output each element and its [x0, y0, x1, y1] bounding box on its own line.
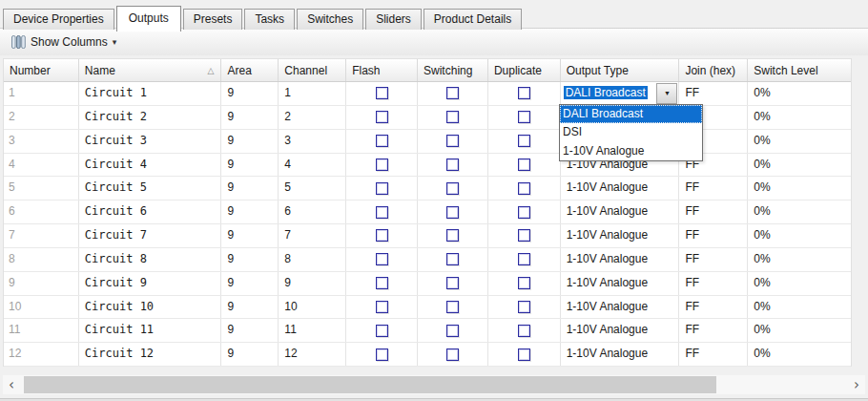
tab-tasks[interactable]: Tasks — [244, 9, 295, 30]
area-cell: 9 — [221, 343, 279, 366]
column-header-label: Output Type — [567, 64, 629, 77]
sort-ascending-icon: △ — [208, 59, 215, 81]
tab-switches[interactable]: Switches — [297, 9, 363, 30]
column-header-duplicate[interactable]: Duplicate — [488, 59, 561, 81]
channel-cell: 7 — [279, 224, 346, 247]
show-columns-label: Show Columns — [31, 35, 108, 49]
duplicate-checkbox[interactable] — [518, 348, 530, 361]
horizontal-scrollbar[interactable]: ‹ › — [3, 375, 865, 394]
dropdown-option-dali-broadcast[interactable]: DALI Broadcast — [560, 105, 702, 123]
name-cell: Circuit 7 — [79, 224, 222, 247]
scroll-right-arrow[interactable]: › — [848, 375, 865, 394]
scroll-left-arrow[interactable]: ‹ — [3, 375, 20, 394]
duplicate-checkbox[interactable] — [518, 301, 530, 313]
flash-checkbox[interactable] — [376, 229, 388, 242]
flash-checkbox[interactable] — [376, 325, 388, 337]
duplicate-cell — [488, 106, 561, 129]
flash-checkbox[interactable] — [376, 301, 388, 313]
scrollbar-thumb[interactable] — [24, 376, 716, 393]
duplicate-checkbox[interactable] — [518, 325, 530, 337]
switching-checkbox[interactable] — [446, 206, 459, 219]
switch-level-cell: 0% — [748, 130, 851, 153]
flash-checkbox[interactable] — [376, 158, 388, 171]
switching-checkbox[interactable] — [446, 87, 459, 99]
column-header-channel[interactable]: Channel — [279, 59, 346, 81]
duplicate-checkbox[interactable] — [518, 206, 530, 219]
flash-checkbox[interactable] — [376, 253, 388, 265]
column-header-area[interactable]: Area — [221, 59, 279, 81]
number-cell: 1 — [4, 82, 79, 105]
dropdown-option-1-10v-analogue[interactable]: 1-10V Analogue — [560, 142, 702, 160]
tab-presets[interactable]: Presets — [183, 9, 243, 30]
switching-checkbox[interactable] — [446, 111, 459, 123]
output-type-combobox[interactable]: DALI Broadcast▼ — [561, 82, 679, 105]
duplicate-checkbox[interactable] — [518, 182, 530, 195]
combobox-dropdown-button[interactable]: ▼ — [656, 83, 677, 104]
name-cell: Circuit 9 — [79, 272, 222, 295]
switching-checkbox[interactable] — [446, 348, 459, 361]
flash-cell — [346, 224, 418, 247]
switching-checkbox[interactable] — [446, 135, 459, 147]
flash-checkbox[interactable] — [376, 206, 388, 219]
switching-checkbox[interactable] — [446, 253, 459, 265]
switching-checkbox[interactable] — [446, 182, 459, 195]
column-header-switch-level[interactable]: Switch Level — [748, 59, 851, 81]
channel-cell: 3 — [279, 130, 346, 153]
join-cell: FF — [679, 319, 748, 342]
switching-checkbox[interactable] — [446, 229, 459, 242]
flash-checkbox[interactable] — [376, 135, 388, 147]
flash-checkbox[interactable] — [376, 182, 388, 195]
duplicate-cell — [488, 177, 561, 200]
switching-cell — [418, 130, 488, 153]
number-cell: 7 — [4, 224, 79, 247]
flash-cell — [346, 248, 418, 271]
duplicate-checkbox[interactable] — [518, 111, 530, 123]
duplicate-checkbox[interactable] — [518, 253, 530, 265]
table-row: 6Circuit 6961-10V AnalogueFF0% — [4, 200, 851, 224]
tab-product-details[interactable]: Product Details — [424, 9, 522, 30]
duplicate-checkbox[interactable] — [518, 158, 530, 171]
flash-checkbox[interactable] — [376, 87, 388, 99]
table-header: NumberName△AreaChannelFlashSwitchingDupl… — [4, 58, 851, 82]
switching-cell — [418, 154, 488, 177]
channel-cell: 1 — [279, 82, 346, 105]
channel-cell: 9 — [279, 272, 346, 295]
flash-checkbox[interactable] — [376, 111, 388, 123]
table-row: 2Circuit 2921-10V AnalogueFF0% — [4, 106, 851, 130]
dropdown-option-dsi[interactable]: DSI — [560, 123, 702, 141]
output-type-cell: 1-10V Analogue — [561, 248, 680, 271]
column-header-output-type[interactable]: Output Type — [561, 59, 680, 81]
column-header-name[interactable]: Name△ — [79, 59, 222, 81]
show-columns-button[interactable]: Show Columns ▾ — [5, 32, 123, 52]
column-header-switching[interactable]: Switching — [418, 59, 488, 81]
switching-checkbox[interactable] — [446, 301, 459, 313]
switching-cell — [418, 343, 488, 366]
column-header-join-hex[interactable]: Join (hex) — [679, 59, 748, 81]
switching-cell — [418, 272, 488, 295]
duplicate-checkbox[interactable] — [518, 277, 530, 289]
number-cell: 3 — [4, 130, 79, 153]
channel-cell: 12 — [279, 343, 346, 366]
flash-checkbox[interactable] — [376, 348, 388, 361]
column-header-number[interactable]: Number — [4, 59, 79, 81]
tab-sliders[interactable]: Sliders — [365, 9, 422, 30]
switching-cell — [418, 106, 488, 129]
channel-cell: 10 — [279, 296, 346, 319]
column-header-flash[interactable]: Flash — [346, 59, 418, 81]
duplicate-checkbox[interactable] — [518, 229, 530, 242]
tab-outputs[interactable]: Outputs — [116, 6, 181, 32]
duplicate-checkbox[interactable] — [518, 87, 530, 99]
flash-checkbox[interactable] — [376, 277, 388, 289]
number-cell: 9 — [4, 272, 79, 295]
switching-checkbox[interactable] — [446, 277, 459, 289]
output-type-cell: 1-10V Analogue — [561, 200, 680, 223]
combobox-selected-text: DALI Broadcast — [564, 86, 648, 99]
switching-checkbox[interactable] — [446, 158, 459, 171]
switching-checkbox[interactable] — [446, 325, 459, 337]
name-cell: Circuit 12 — [79, 343, 222, 366]
tab-device-properties[interactable]: Device Properties — [3, 9, 114, 30]
duplicate-cell — [488, 154, 561, 177]
column-header-label: Duplicate — [494, 64, 542, 77]
output-type-cell: 1-10V Analogue — [561, 224, 680, 247]
duplicate-checkbox[interactable] — [518, 135, 530, 147]
